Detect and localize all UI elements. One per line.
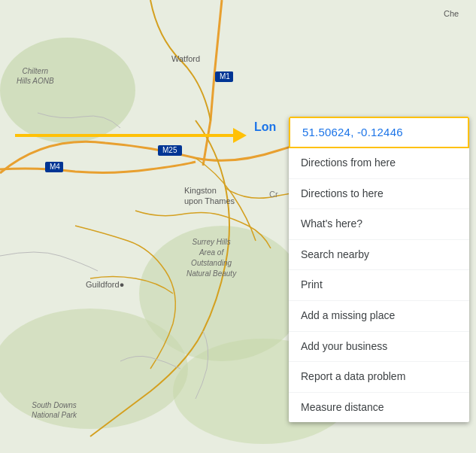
arrow-indicator [15, 128, 247, 143]
coordinates-item[interactable]: 51.50624, -0.12446 [289, 117, 469, 148]
menu-item-add-missing-place[interactable]: Add a missing place [289, 301, 469, 332]
menu-item-print[interactable]: Print [289, 270, 469, 301]
coordinates-text: 51.50624, -0.12446 [302, 126, 403, 138]
svg-rect-7 [45, 162, 63, 172]
svg-text:Cr: Cr [269, 190, 278, 199]
menu-item-directions-from[interactable]: Directions from here [289, 148, 469, 179]
menu-item-search-nearby[interactable]: Search nearby [289, 240, 469, 271]
context-menu: 51.50624, -0.12446 Directions from here … [289, 117, 469, 422]
svg-point-1 [0, 38, 135, 143]
svg-rect-5 [215, 71, 233, 82]
map-container[interactable]: Cr M1 M25 M4 Watford ChilternHills AONB … [0, 0, 476, 453]
svg-point-3 [0, 309, 188, 429]
svg-rect-6 [158, 145, 182, 156]
menu-item-report-data-problem[interactable]: Report a data problem [289, 362, 469, 393]
menu-item-directions-to[interactable]: Directions to here [289, 179, 469, 210]
menu-item-measure-distance[interactable]: Measure distance [289, 393, 469, 423]
menu-item-add-your-business[interactable]: Add your business [289, 332, 469, 363]
menu-item-whats-here[interactable]: What's here? [289, 209, 469, 240]
